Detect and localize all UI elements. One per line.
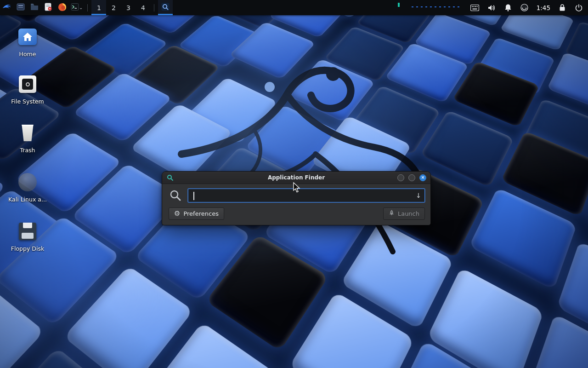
desktop-icon-label: Kali Linux a... (8, 196, 47, 203)
home-icon (17, 26, 38, 47)
desktop-icon-label: Trash (20, 147, 35, 154)
desktop-icon-file-system[interactable]: File System (2, 74, 53, 105)
graph-tick-line (412, 6, 459, 7)
launch-button[interactable]: Launch (383, 207, 425, 220)
notifications-bell-icon[interactable] (503, 3, 513, 12)
maximize-button[interactable] (408, 174, 415, 181)
network-status-icon[interactable] (520, 3, 529, 12)
gear-icon: ⚙ (174, 210, 180, 217)
button-row: ⚙ Preferences Launch (169, 207, 425, 220)
top-panel: ⌄ 1 2 3 4 (0, 0, 588, 15)
window-body: ↓ ⚙ Preferences Launch (162, 184, 430, 225)
search-input[interactable] (188, 189, 424, 202)
file-manager-launcher[interactable] (28, 0, 41, 15)
files-launcher[interactable] (14, 0, 28, 15)
search-icon (169, 189, 182, 202)
keyboard-indicator-icon[interactable] (470, 3, 480, 12)
trash-icon (17, 122, 38, 144)
titlebar[interactable]: Application Finder ✕ (162, 172, 430, 184)
history-dropdown-arrow-icon[interactable]: ↓ (416, 192, 421, 199)
search-icon (161, 3, 170, 12)
wallpaper-cube (420, 110, 514, 187)
chevron-down-icon[interactable]: ⌄ (79, 5, 83, 10)
search-entry: ↓ (188, 189, 425, 202)
screen-lock-icon[interactable] (558, 3, 567, 12)
text-editor-launcher[interactable] (41, 0, 55, 15)
folder-icon (30, 3, 39, 12)
terminal-icon (71, 3, 79, 12)
window-title: Application Finder (162, 174, 430, 181)
close-button[interactable]: ✕ (419, 174, 426, 181)
panel-right: 1:45 (397, 0, 588, 15)
panel-separator (154, 4, 154, 12)
preferences-button-label: Preferences (183, 210, 218, 217)
workspace-button-3[interactable]: 3 (121, 0, 136, 15)
panel-monitor-graph[interactable] (397, 2, 460, 13)
desktop-icon-label: Home (19, 51, 36, 58)
rocket-icon (389, 210, 395, 218)
preferences-button[interactable]: ⚙ Preferences (169, 207, 224, 220)
desktop-icon-home[interactable]: Home (2, 26, 53, 58)
application-finder-app-icon (166, 174, 174, 181)
desktop-icon-label: Floppy Disk (11, 246, 44, 252)
panel-clock[interactable]: 1:45 (537, 4, 550, 12)
firefox-icon (58, 3, 67, 13)
panel-separator (87, 4, 88, 12)
graph-teal-mark (398, 3, 400, 7)
kali-logo-icon (2, 2, 12, 13)
volume-icon[interactable] (487, 3, 496, 12)
taskbar-application-finder[interactable] (158, 0, 173, 15)
workspace-button-1[interactable]: 1 (91, 0, 106, 15)
desktop-icon-trash[interactable]: Trash (2, 122, 53, 154)
panel-left: ⌄ 1 2 3 4 (0, 0, 173, 15)
application-finder-window: Application Finder ✕ ↓ ⚙ Prefe (162, 171, 431, 225)
desktop-icon-kali-installer[interactable]: Kali Linux a... (2, 172, 53, 203)
filesystem-icon (17, 74, 38, 95)
kali-menu-button[interactable] (0, 0, 14, 15)
desktop-icon-floppy-disk[interactable]: Floppy Disk (2, 221, 53, 252)
floppy-icon (17, 221, 38, 242)
kali-installer-icon (17, 172, 38, 193)
window-controls: ✕ (397, 174, 426, 181)
power-icon[interactable] (574, 3, 583, 12)
files-icon (17, 3, 25, 12)
desktop-icon-label: File System (11, 98, 44, 105)
firefox-launcher[interactable] (55, 0, 69, 15)
workspace-button-2[interactable]: 2 (106, 0, 121, 15)
minimize-button[interactable] (397, 174, 404, 181)
search-row: ↓ (169, 189, 425, 202)
text-editor-icon (45, 3, 52, 12)
workspace-button-4[interactable]: 4 (136, 0, 150, 15)
launch-button-label: Launch (398, 210, 419, 217)
